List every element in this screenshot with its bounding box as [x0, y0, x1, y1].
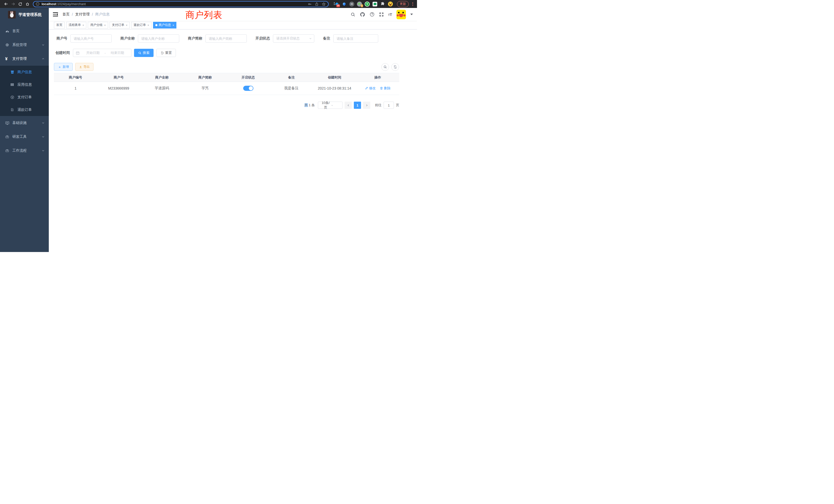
- sidebar-item-workflow[interactable]: 工作流程: [0, 144, 49, 158]
- github-icon[interactable]: [360, 12, 365, 17]
- site-info-icon[interactable]: [36, 2, 40, 6]
- sidebar-item-infrastructure[interactable]: 基础设施: [0, 116, 49, 130]
- col-header-create-time: 创建时间: [313, 73, 356, 82]
- short-name-input[interactable]: [205, 35, 247, 43]
- browser-forward-button[interactable]: [10, 1, 17, 7]
- refresh-table-button[interactable]: [391, 63, 399, 71]
- show-search-toggle-button[interactable]: [381, 63, 389, 71]
- browser-home-button[interactable]: [24, 1, 31, 7]
- plus-icon: ＋: [58, 65, 61, 69]
- close-icon[interactable]: ×: [83, 24, 84, 27]
- user-avatar[interactable]: [396, 10, 406, 19]
- prev-page-button[interactable]: [345, 101, 352, 109]
- sidebar: 芋道管理系统 首页 系统管理 ¥ 支付管理: [0, 8, 49, 252]
- extension-notes-icon[interactable]: [372, 1, 378, 7]
- date-range-picker[interactable]: 开始日期 - 结束日期: [73, 49, 131, 57]
- url-host: localhost: [42, 2, 56, 6]
- share-icon[interactable]: [315, 2, 319, 6]
- avatar-caret-icon[interactable]: [410, 14, 413, 17]
- navbar: 首页 / 支付管理 / 商户信息 TT: [49, 8, 417, 21]
- delete-link[interactable]: 删除: [380, 86, 391, 91]
- col-header-full-name: 商户全称: [140, 73, 183, 82]
- sidebar-collapse-icon[interactable]: [53, 12, 58, 17]
- cell-full-name: 芋道源码: [140, 82, 183, 95]
- sidebar-item-merchant-info[interactable]: 商户信息: [0, 66, 49, 78]
- search-icon[interactable]: [351, 12, 355, 17]
- breadcrumb-section[interactable]: 支付管理: [75, 12, 90, 17]
- extension-pin-icon[interactable]: [341, 1, 347, 7]
- col-header-mch-no: 商户号: [97, 73, 140, 82]
- browser-back-button[interactable]: [3, 1, 9, 7]
- browser-profile-avatar[interactable]: [387, 1, 393, 7]
- sidebar-item-dev-tools[interactable]: 研发工具: [0, 130, 49, 144]
- sidebar-item-pay-order[interactable]: 支付订单: [0, 91, 49, 104]
- next-page-button[interactable]: [363, 101, 370, 109]
- sidebar-item-app-info[interactable]: 应用信息: [0, 78, 49, 91]
- bookmark-star-icon[interactable]: [322, 2, 326, 6]
- total-count: 共 1 条: [305, 103, 315, 108]
- page-1-button[interactable]: 1: [354, 101, 361, 109]
- sidebar-item-payment[interactable]: ¥ 支付管理: [0, 52, 49, 66]
- yen-circle-icon: [10, 95, 14, 99]
- cell-mch-no: M233666999: [97, 82, 140, 95]
- chevron-down-icon: [42, 135, 45, 138]
- sidebar-item-system[interactable]: 系统管理: [0, 38, 49, 52]
- refresh-icon: [160, 51, 164, 55]
- tag-user-group[interactable]: 用户分组×: [88, 22, 108, 28]
- logo-image: [8, 11, 16, 19]
- goto-page-input[interactable]: [383, 101, 394, 109]
- sidebar-item-label: 退款订单: [18, 108, 32, 112]
- help-icon[interactable]: [370, 12, 375, 17]
- url-path: :1024/pay/merchant: [56, 2, 86, 6]
- tag-process-form[interactable]: 流程表单×: [66, 22, 86, 28]
- extensions-puzzle-icon[interactable]: [379, 1, 386, 7]
- tags-view: 首页 流程表单× 用户分组× 支付订单× 退款订单× 商户信息×: [49, 21, 417, 29]
- dashboard-icon: [5, 29, 9, 33]
- mch-no-input[interactable]: [70, 35, 112, 43]
- close-icon[interactable]: ×: [104, 24, 106, 27]
- address-bar[interactable]: localhost:1024/pay/merchant: [33, 1, 329, 7]
- tag-refund-order[interactable]: 退款订单×: [131, 22, 151, 28]
- chevron-up-icon: [42, 57, 45, 60]
- chevron-down-icon: [42, 121, 45, 124]
- reset-button[interactable]: 重置: [156, 49, 176, 57]
- sidebar-item-refund-order[interactable]: 退款订单: [0, 104, 49, 116]
- close-icon[interactable]: ×: [126, 24, 127, 27]
- tag-home[interactable]: 首页: [54, 22, 65, 28]
- sidebar-item-label: 支付订单: [18, 95, 32, 99]
- breadcrumb: 首页 / 支付管理 / 商户信息: [62, 12, 110, 17]
- toolbox-icon: [5, 148, 9, 153]
- extension-tabs-icon[interactable]: 10: [333, 1, 339, 7]
- start-date-placeholder: 开始日期: [82, 50, 104, 55]
- sidebar-item-label: 支付管理: [12, 56, 27, 61]
- font-size-icon[interactable]: TT: [388, 12, 392, 17]
- close-icon[interactable]: ×: [173, 24, 174, 27]
- breadcrumb-home[interactable]: 首页: [62, 12, 70, 17]
- tag-merchant-info[interactable]: 商户信息×: [153, 22, 176, 28]
- remark-input[interactable]: [333, 35, 378, 43]
- browser-reload-button[interactable]: [17, 1, 24, 7]
- sidebar-item-home[interactable]: 首页: [0, 24, 49, 38]
- edit-link[interactable]: 修改: [365, 86, 376, 91]
- extension-command-icon[interactable]: ⌘: [349, 1, 355, 7]
- page-size-select[interactable]: 10条/页: [318, 101, 343, 109]
- status-toggle[interactable]: [243, 86, 254, 91]
- grid-icon: [10, 83, 14, 87]
- extension-y-icon[interactable]: Y: [364, 1, 370, 7]
- search-button[interactable]: 搜索: [134, 49, 154, 57]
- app-logo[interactable]: 芋道管理系统: [0, 8, 49, 21]
- add-button[interactable]: ＋ 新增: [54, 63, 73, 71]
- status-select[interactable]: 请选择开启状态: [273, 35, 314, 43]
- annotation-title: 商户列表: [185, 9, 222, 21]
- close-icon[interactable]: ×: [147, 24, 149, 27]
- export-button[interactable]: 导出: [75, 63, 93, 71]
- table-header-row: 商户编号 商户号 商户全称 商户简称 开启状态 备注 创建时间 操作: [54, 73, 399, 82]
- tag-pay-order[interactable]: 支付订单×: [110, 22, 130, 28]
- extension-session-icon[interactable]: 1: [356, 1, 363, 7]
- filter-label-status: 开启状态: [254, 36, 270, 41]
- fullscreen-icon[interactable]: [379, 12, 384, 17]
- password-key-icon[interactable]: [308, 2, 312, 6]
- full-name-input[interactable]: [138, 35, 179, 43]
- browser-menu-icon[interactable]: [411, 2, 414, 6]
- browser-update-button[interactable]: 更新: [397, 1, 409, 7]
